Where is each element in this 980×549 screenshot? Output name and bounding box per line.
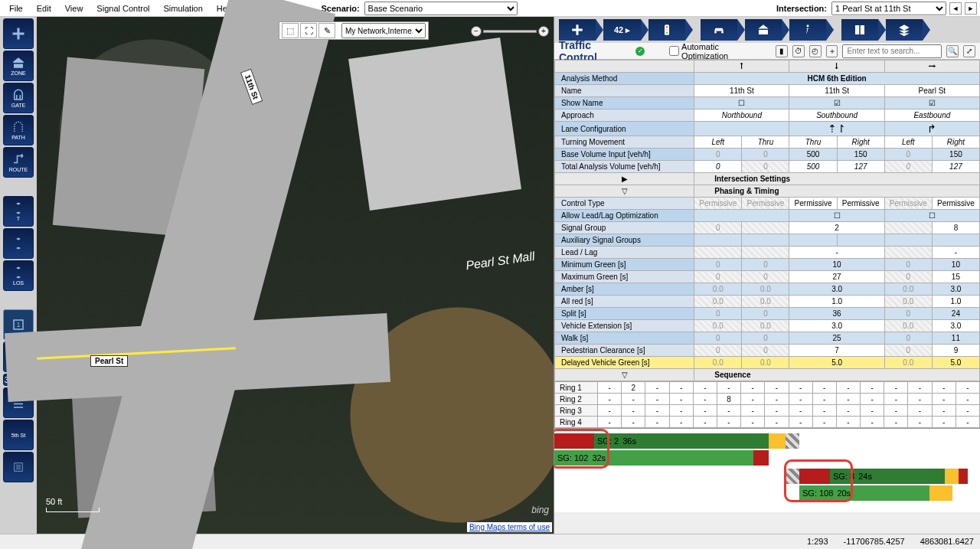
expand-intersection-settings[interactable]: ▶ [555, 173, 694, 185]
sidebar-b-tool[interactable] [3, 228, 34, 259]
sidebar-intersection-icon[interactable] [3, 18, 34, 49]
street-label-pearl: Pearl St [90, 355, 128, 367]
map-tool-select[interactable]: ⬚ [282, 23, 299, 38]
sequence-table[interactable]: Ring 1-2-------------- Ring 2-----8-----… [554, 381, 980, 428]
menubar: File Edit View Signal Control Simulation… [0, 0, 980, 17]
map-zoom-control[interactable]: − + [471, 26, 549, 37]
hdr-btn-timer[interactable]: ⏱ [792, 45, 805, 57]
bing-terms-link[interactable]: Bing Maps terms of use [467, 522, 552, 532]
search-input[interactable] [842, 44, 942, 58]
menu-simulation[interactable]: Simulation [157, 2, 208, 15]
data-grid[interactable]: 🠕🠗🠖 Analysis MethodHCM 6th Edition Name1… [554, 60, 980, 534]
intersection-prev-button[interactable]: ◄ [949, 2, 962, 15]
svg-rect-9 [855, 25, 859, 34]
svg-point-8 [807, 25, 809, 27]
scenario-select[interactable]: Base Scenario [364, 2, 518, 15]
auto-optimization-checkbox[interactable]: Automatic Optimization [669, 42, 766, 60]
svg-point-6 [666, 29, 668, 31]
zoom-slider[interactable] [483, 30, 537, 33]
tab-layout[interactable] [841, 19, 878, 41]
intersection-next-button[interactable]: ► [965, 2, 977, 15]
left-sidebar: ZONE GATE PATH ROUTE T LOS 1 30 – 28 5th… [0, 17, 37, 534]
menu-signal-control[interactable]: Signal Control [90, 2, 155, 15]
intersection-label: Intersection: [776, 4, 827, 13]
dir-up-icon: 🠕 [694, 60, 789, 73]
sidebar-zone[interactable]: ZONE [3, 51, 34, 81]
intersection-select[interactable]: 1 Pearl St at 11th St [831, 2, 946, 15]
menu-edit[interactable]: Edit [31, 2, 57, 15]
sidebar-los[interactable]: LOS [3, 260, 34, 291]
sidebar-path[interactable]: PATH [3, 115, 34, 145]
tab-intersection[interactable] [559, 19, 596, 41]
phase-sg2-green: SG: 2 36s [594, 433, 769, 449]
tab-signal[interactable] [648, 19, 685, 41]
sidebar-gate[interactable]: GATE [3, 83, 34, 113]
menu-file[interactable]: File [3, 2, 29, 15]
tab-layers[interactable] [886, 19, 923, 41]
sidebar-t-tool[interactable]: T [3, 196, 34, 227]
map-tool-fullscreen[interactable]: ⛶ [300, 23, 317, 38]
menu-view[interactable]: View [59, 2, 90, 15]
zoom-in-button[interactable]: + [538, 26, 549, 37]
panel-header: Traffic Control ✓ Automatic Optimization… [554, 43, 980, 60]
status-coord-y: 4863081.6427 [920, 537, 974, 546]
svg-text:1: 1 [17, 322, 21, 328]
collapse-sequence[interactable]: ▽ [555, 369, 694, 381]
phase-sg2-allred [786, 433, 799, 449]
sidebar-route[interactable]: ROUTE [3, 147, 34, 178]
map-network-select[interactable]: My Network,Interne... [341, 23, 426, 38]
svg-point-5 [666, 26, 668, 28]
zoom-out-button[interactable]: − [471, 26, 482, 37]
svg-rect-10 [861, 25, 864, 34]
tab-vehicles[interactable] [701, 19, 737, 41]
phase-diagram[interactable]: SG: 2 36s SG: 102 32s SG: 8 24s SG: 108 … [554, 428, 980, 512]
right-panel: 42 ▸ Traffic Control ✓ Automatic Optimiz… [554, 17, 980, 534]
map-scale: 50 ft [46, 497, 100, 512]
collapse-phasing[interactable]: ▽ [555, 185, 694, 198]
tab-zone[interactable] [745, 19, 782, 41]
map-toolbar: ⬚ ⛶ ✎ My Network,Interne... [279, 21, 429, 40]
bing-logo: bing [531, 505, 549, 515]
status-ok-icon: ✓ [635, 47, 645, 56]
panel-tab-row: 42 ▸ [554, 17, 980, 43]
hdr-btn-add[interactable]: ＋ [826, 45, 838, 57]
map-tool-pencil[interactable]: ✎ [318, 23, 335, 38]
map-view[interactable]: ⬚ ⛶ ✎ My Network,Interne... − + 11th St … [37, 17, 554, 534]
hdr-btn-clock[interactable]: ◴ [809, 45, 822, 57]
status-scale: 1:293 [807, 537, 828, 546]
expand-button[interactable]: ⤢ [963, 45, 975, 57]
sidebar-list[interactable] [3, 452, 34, 482]
dir-right-icon: 🠖 [884, 60, 979, 73]
highlight-box-1 [554, 429, 609, 469]
svg-point-7 [666, 32, 668, 34]
dir-down-icon: 🠗 [789, 60, 884, 73]
tab-volumes[interactable]: 42 ▸ [603, 19, 641, 41]
status-coord-x: -11706785.4257 [844, 537, 905, 546]
search-button[interactable]: 🔍 [946, 45, 959, 57]
phase-sg2-amber [769, 433, 786, 449]
sidebar-5thst[interactable]: 5th St [3, 420, 34, 450]
tab-ped[interactable] [789, 19, 826, 41]
hdr-btn-1[interactable]: ▮ [776, 45, 788, 57]
highlight-box-2 [784, 459, 853, 502]
